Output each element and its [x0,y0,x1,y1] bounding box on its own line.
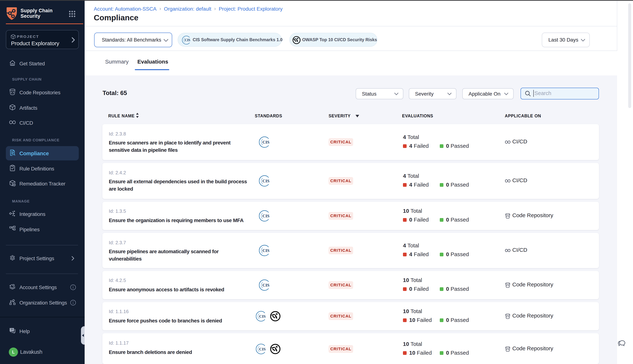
svg-text:?: ? [11,328,13,331]
